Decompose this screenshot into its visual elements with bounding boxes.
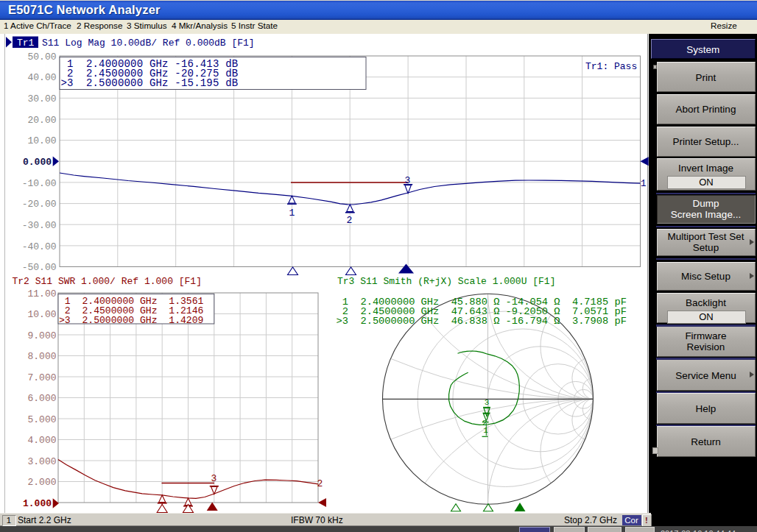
svg-text:3.000: 3.000 [27, 456, 56, 467]
svg-text:>3 2.5000000 GHz -15.195 dB: >3 2.5000000 GHz -15.195 dB [61, 77, 239, 89]
svg-text:0.000: 0.000 [23, 157, 52, 168]
svg-text:-30.00: -30.00 [22, 220, 57, 231]
svg-text:-40.00: -40.00 [22, 241, 57, 252]
svg-text:1: 1 [641, 178, 647, 189]
svg-text:2.000: 2.000 [27, 477, 56, 488]
svg-text:4.000: 4.000 [27, 435, 56, 446]
svg-text:7.000: 7.000 [27, 372, 56, 383]
svg-text:3: 3 [405, 175, 411, 186]
svg-text:9.000: 9.000 [27, 330, 56, 341]
svg-text:6.000: 6.000 [27, 393, 56, 404]
svg-text:S11 Log Mag 10.00dB/ Ref 0.000: S11 Log Mag 10.00dB/ Ref 0.000dB [F1] [42, 38, 255, 49]
svg-text:Tr1: Tr1 [17, 38, 35, 49]
svg-text:Tr2 S11 SWR 1.000/ Ref 1.000 [: Tr2 S11 SWR 1.000/ Ref 1.000 [F1] [13, 276, 202, 287]
svg-text:-20.00: -20.00 [22, 199, 57, 210]
svg-text:8.000: 8.000 [27, 351, 56, 362]
svg-text:40.00: 40.00 [27, 72, 56, 83]
svg-text:30.00: 30.00 [27, 93, 56, 104]
svg-text:2: 2 [347, 215, 353, 226]
svg-text:3: 3 [485, 398, 490, 407]
svg-text:1.000: 1.000 [23, 498, 52, 509]
svg-text:2: 2 [317, 478, 323, 489]
svg-text:-50.00: -50.00 [22, 262, 57, 273]
svg-text:1: 1 [483, 426, 488, 435]
svg-text:20.00: 20.00 [27, 115, 56, 126]
svg-text:50.00: 50.00 [27, 52, 56, 63]
svg-text:10.00: 10.00 [27, 135, 56, 146]
svg-text:-10.00: -10.00 [22, 178, 57, 189]
svg-text:3: 3 [211, 473, 216, 484]
svg-text:Tr1: Pass: Tr1: Pass [585, 61, 637, 72]
svg-text:>3 2.5000000 GHz 1.4209: >3 2.5000000 GHz 1.4209 [59, 315, 203, 326]
svg-text:11.00: 11.00 [27, 288, 56, 299]
svg-text:10.00: 10.00 [27, 309, 56, 320]
svg-text:5.000: 5.000 [27, 414, 56, 425]
svg-text:1: 1 [289, 208, 295, 219]
svg-text:Tr3 S11 Smith (R+jX) Scale 1.0: Tr3 S11 Smith (R+jX) Scale 1.000U [F1] [337, 276, 555, 287]
svg-text:>3 2.5000000 GHz 46.838 Ω -1: >3 2.5000000 GHz 46.838 Ω -16.794 Ω 3.79… [337, 316, 627, 327]
